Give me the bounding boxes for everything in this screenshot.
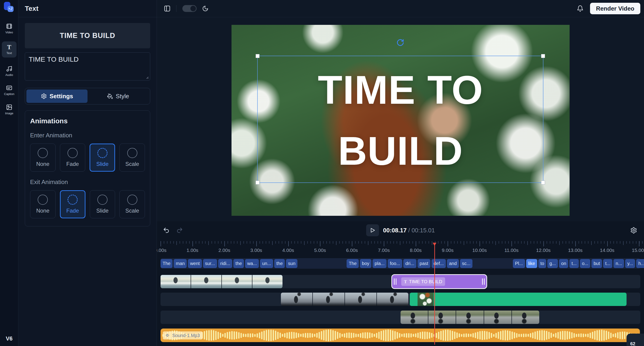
caption-word-chip[interactable]: wa... — [245, 259, 259, 268]
animation-option-none[interactable]: None — [30, 143, 56, 171]
video-canvas[interactable]: TIME TO BUILD — [232, 25, 570, 216]
caption-word-chip[interactable]: went — [188, 259, 202, 268]
caption-word-chip[interactable]: t... — [603, 259, 612, 268]
time-separator: / — [408, 227, 410, 234]
caption-word-chip[interactable]: foo... — [388, 259, 402, 268]
sidebar-item-label: Caption — [4, 92, 14, 96]
ruler-tick-label: 5.00s — [314, 248, 326, 253]
text-clip[interactable]: T TIME TO BUILD — [391, 274, 487, 289]
caption-word-chip[interactable]: man — [174, 259, 187, 268]
audio-clip[interactable]: Sound-1.Mp3 — [160, 328, 640, 342]
caption-word-chip[interactable]: sur... — [203, 259, 217, 268]
selection-box[interactable] — [257, 56, 544, 183]
animation-option-slide[interactable]: Slide — [90, 190, 115, 218]
clip-thumbnail — [222, 275, 252, 288]
sidebar-item-audio[interactable]: Audio — [0, 66, 18, 77]
caption-word-chip[interactable]: sun — [286, 259, 298, 268]
timeline: 00:08.17 / 00:15.01 0.00s1.00s2.00s3.00s… — [157, 221, 644, 346]
sidebar-item-image[interactable]: Image — [0, 104, 18, 115]
resize-handle-top-right[interactable] — [541, 54, 545, 58]
resize-handle-icon[interactable] — [145, 75, 149, 79]
animation-option-scale[interactable]: Scale — [120, 190, 145, 218]
caption-word-chip[interactable]: The — [346, 259, 358, 268]
ruler-labels: 0.00s1.00s2.00s3.00s4.00s5.00s6.00s7.00s… — [160, 248, 644, 254]
caption-word-chip[interactable]: n... — [614, 259, 624, 268]
clip-thumbnail — [456, 310, 484, 324]
animation-option-scale[interactable]: Scale — [120, 143, 145, 171]
sidebar-item-caption[interactable]: Caption — [0, 85, 18, 96]
animation-option-label: None — [36, 208, 50, 214]
caption-word-chip[interactable]: on — [559, 259, 568, 268]
animation-option-label: None — [36, 161, 50, 167]
video-track-1: T TIME TO BUILD — [160, 275, 640, 288]
caption-word-chip[interactable]: h... — [636, 259, 644, 268]
ruler-ticks — [160, 241, 644, 246]
caption-word-chip[interactable]: to — [538, 259, 546, 268]
undo-button[interactable] — [163, 227, 170, 234]
playhead[interactable] — [434, 243, 435, 344]
playhead-marker[interactable] — [433, 243, 436, 246]
resize-handle-top-left[interactable] — [256, 54, 260, 58]
render-video-button[interactable]: Render Video — [590, 3, 640, 14]
redo-button[interactable] — [176, 227, 183, 234]
clip-thumbnail — [512, 310, 539, 324]
caption-word-chip[interactable]: Pl... — [513, 259, 525, 268]
tab-style[interactable]: Style — [88, 89, 148, 103]
tab-settings[interactable]: Settings — [26, 89, 88, 103]
toggle-knob — [190, 6, 196, 11]
moon-icon[interactable] — [202, 5, 208, 12]
text-style-preview[interactable]: TIME TO BUILD — [25, 23, 150, 48]
caption-word-chip[interactable]: and — [447, 259, 459, 268]
animation-option-slide[interactable]: Slide — [90, 143, 115, 171]
surfer-video-clip[interactable] — [160, 275, 282, 288]
clip-thumbnail — [252, 275, 282, 288]
caption-word-chip[interactable]: sc... — [460, 259, 473, 268]
caption-word-chip[interactable]: def... — [432, 259, 446, 268]
caption-word-chip[interactable]: boy — [360, 259, 372, 268]
app-logo — [4, 2, 14, 13]
sidebar-item-video[interactable]: Video — [0, 23, 18, 34]
animation-shape-icon — [127, 148, 137, 158]
caption-word-chip[interactable]: The — [160, 259, 172, 268]
trim-handle-right[interactable] — [482, 278, 484, 285]
timeline-ruler[interactable]: 0.00s1.00s2.00s3.00s4.00s5.00s6.00s7.00s… — [157, 241, 644, 254]
animation-shape-icon — [127, 195, 137, 205]
animation-option-fade[interactable]: Fade — [60, 143, 86, 171]
caption-word-chip[interactable]: the — [274, 259, 285, 268]
rotate-handle-icon[interactable] — [396, 39, 404, 47]
caption-word-chip[interactable]: like — [526, 259, 537, 268]
exit-animation-options: NoneFadeSlideScale — [30, 190, 145, 218]
panel-toggle-icon[interactable] — [164, 5, 171, 12]
timeline-settings-icon[interactable] — [630, 227, 637, 234]
play-button[interactable] — [366, 224, 379, 236]
caption-word-chip[interactable]: past — [418, 259, 430, 268]
caption-word-chip[interactable]: the — [233, 259, 244, 268]
resize-handle-bottom-right[interactable] — [541, 181, 545, 185]
ruler-tick-label: 14.00s — [600, 248, 614, 253]
cyclist-video-clip[interactable] — [400, 310, 539, 324]
soccer-video-clip[interactable] — [281, 293, 408, 306]
resize-handle-bottom-left[interactable] — [256, 181, 260, 185]
animation-option-none[interactable]: None — [30, 190, 56, 218]
trim-handle-left[interactable] — [394, 278, 396, 285]
caption-word-chip[interactable]: ridi... — [218, 259, 232, 268]
theme-toggle[interactable] — [182, 5, 196, 12]
animations-card: Animations Enter Animation NoneFadeSlide… — [25, 110, 150, 226]
caption-word-chip[interactable]: y... — [625, 259, 635, 268]
caption-word-chip[interactable]: un... — [260, 259, 273, 268]
gear-icon — [41, 93, 47, 99]
playback-center: 00:08.17 / 00:15.01 — [366, 224, 435, 236]
green-video-clip[interactable] — [410, 293, 626, 306]
caption-word-chip[interactable]: o... — [580, 259, 590, 268]
caption-word-chip[interactable]: but — [592, 259, 602, 268]
caption-word-chip[interactable]: pla... — [372, 259, 386, 268]
sidebar-item-text[interactable]: T Text — [2, 41, 16, 58]
text-icon: T — [7, 44, 11, 50]
bell-icon[interactable] — [577, 5, 584, 12]
caption-word-chip[interactable]: t... — [569, 259, 578, 268]
caption-word-chip[interactable]: g... — [547, 259, 558, 268]
caption-word-chip[interactable]: dri... — [403, 259, 416, 268]
animation-option-fade[interactable]: Fade — [60, 190, 86, 218]
text-content-input[interactable]: TIME TO BUILD — [25, 53, 150, 81]
clip-thumbnail — [345, 293, 376, 306]
